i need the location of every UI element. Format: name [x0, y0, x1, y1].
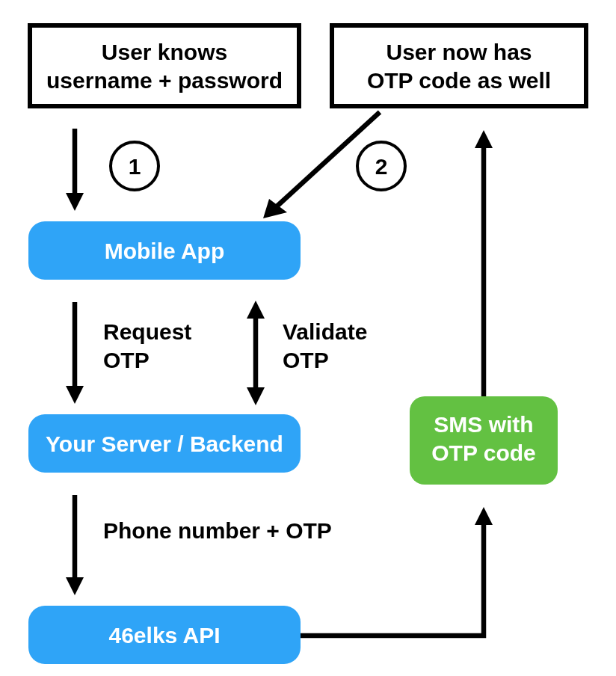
user-knows-line1: User knows — [102, 40, 227, 64]
user-has-line2: OTP code as well — [367, 68, 551, 93]
step-2-number: 2 — [375, 154, 388, 179]
otp-flow-diagram: User knows username + password User now … — [0, 0, 616, 676]
box-user-knows — [30, 25, 299, 106]
request-otp-line2: OTP — [103, 348, 150, 372]
arrow-userhas-app — [275, 112, 380, 208]
svg-marker-4 — [247, 387, 265, 405]
validate-otp-line1: Validate — [283, 319, 367, 344]
backend-label: Your Server / Backend — [46, 431, 283, 456]
step-1-number: 1 — [129, 154, 141, 179]
svg-marker-6 — [475, 507, 493, 525]
sms-line1: SMS with — [434, 412, 533, 437]
sms-line2: OTP code — [431, 440, 535, 465]
svg-marker-2 — [66, 386, 84, 404]
mobile-app-label: Mobile App — [105, 239, 225, 263]
user-has-line1: User now has — [386, 40, 532, 64]
svg-marker-5 — [66, 577, 84, 595]
svg-marker-3 — [247, 301, 265, 319]
user-knows-line2: username + password — [46, 68, 283, 93]
svg-marker-0 — [66, 193, 84, 211]
box-user-has — [332, 25, 586, 106]
svg-marker-7 — [475, 130, 493, 148]
phone-otp-label: Phone number + OTP — [103, 518, 332, 543]
validate-otp-line2: OTP — [283, 348, 329, 372]
request-otp-line1: Request — [103, 319, 191, 344]
elks-api-label: 46elks API — [109, 623, 221, 648]
